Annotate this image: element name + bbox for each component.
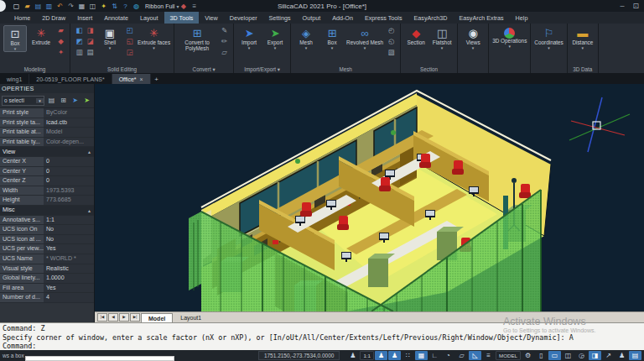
quick-access-icon[interactable]: ▢ — [12, 2, 21, 11]
mesh-box-button[interactable]: ⊞ Box ▾ — [320, 25, 344, 50]
ribbon-tab[interactable]: Layout — [134, 12, 164, 24]
properties-tool-icon[interactable]: ➤ — [70, 95, 80, 106]
property-row[interactable]: Global linety... ▴ Global linety... 1.00… — [0, 274, 94, 284]
quick-access-icon[interactable]: ? — [121, 2, 130, 11]
minimize-button[interactable]: – — [620, 2, 624, 10]
first-tab-button[interactable]: |◀ — [97, 313, 107, 322]
property-row[interactable]: UCS icon at ... ▴ UCS icon at ... No — [0, 235, 94, 245]
status-toggle-icon[interactable]: ♟ — [615, 351, 628, 360]
layout1-tab[interactable]: Layout1 — [174, 313, 208, 322]
quick-access-icon[interactable]: ▦ — [77, 2, 86, 11]
status-toggle-icon[interactable]: ◨ — [589, 351, 601, 360]
ribbon-tab[interactable]: Settings — [263, 12, 297, 24]
group-label[interactable]: Modeling — [0, 66, 70, 72]
properties-tool-icon[interactable]: ➤ — [81, 95, 92, 106]
extrude-faces-button[interactable]: ✳ Extrude faces ▾ — [138, 25, 170, 50]
ribbon-tab[interactable]: 2D Draw — [36, 12, 71, 24]
selection-dropdown[interactable]: o selecti ▾ — [2, 96, 44, 106]
section-button[interactable]: ◆ Section — [404, 25, 428, 46]
property-row[interactable]: Print style ▴ Print style ByColor — [0, 108, 94, 118]
next-tab-button[interactable]: ▶ — [119, 313, 129, 322]
coordinates-readout[interactable]: 1751.2150,-273.7534,0.0000 — [258, 351, 340, 360]
box-button[interactable]: ⊡ Box ▾ — [3, 25, 27, 52]
ribbon-tab[interactable]: 3D Tools — [164, 12, 200, 24]
property-row[interactable]: Number of d... ▴ Number of d... 4 — [0, 293, 94, 303]
property-row[interactable]: UCS per view... ▴ UCS per view... Yes — [0, 244, 94, 254]
ribbon-mode-dropdown[interactable]: Ribbon Full — [145, 3, 174, 9]
status-toggle-icon[interactable]: ▱ — [455, 351, 468, 360]
small-tool-icon[interactable]: ◆ — [55, 36, 66, 47]
properties-tool-icon[interactable]: ▤ — [46, 95, 57, 106]
small-tool-icon[interactable]: ◨ — [85, 25, 96, 36]
3d-operations-button[interactable]: 3D Operations ▾ — [492, 25, 527, 49]
shell-button[interactable]: ▣ Shell ▾ — [98, 25, 122, 50]
small-tool-icon[interactable]: ▱ — [219, 47, 230, 58]
export-button[interactable]: ➤ Export ▾ — [263, 25, 287, 50]
property-row[interactable]: Visual style ▴ Visual style Realistic — [0, 264, 94, 275]
small-tool-icon[interactable]: ◵ — [386, 36, 397, 47]
quick-access-icon[interactable]: ↶ — [55, 2, 65, 11]
property-row[interactable]: View ▴ View — [0, 147, 94, 157]
group-label[interactable]: Solid Editing — [70, 66, 174, 72]
ribbon-tab[interactable]: Developer — [224, 12, 263, 24]
status-toggle-icon[interactable]: 1:1 — [360, 351, 374, 360]
property-row[interactable]: Annotative s... ▴ Annotative s... 1:1 — [0, 216, 94, 226]
ribbon-tab[interactable]: View — [199, 12, 223, 24]
small-tool-icon[interactable]: ◱ — [124, 36, 135, 47]
group-label[interactable]: Mesh — [291, 66, 400, 72]
status-toggle-icon[interactable]: ↗ — [602, 351, 615, 360]
status-toggle-icon[interactable]: ◺ — [469, 351, 481, 360]
property-row[interactable]: Misc ▴ Misc — [0, 206, 94, 216]
status-toggle-icon[interactable]: ⚙ — [522, 351, 534, 360]
status-toggle-icon[interactable]: ◔ — [442, 351, 454, 360]
views-button[interactable]: ◉ Views ▾ — [461, 25, 485, 50]
document-tab-floor-plans[interactable]: 20-0519_FLOOR PLANS* — [29, 74, 112, 84]
close-icon[interactable]: × — [140, 76, 143, 82]
status-toggle-icon[interactable]: MODEL — [496, 351, 521, 360]
group-label[interactable]: Convert ▾ — [174, 66, 233, 72]
title-extra-icon[interactable]: ≡ — [190, 2, 199, 11]
import-button[interactable]: ➤ Import ▾ — [237, 25, 261, 50]
status-toggle-icon[interactable]: ♟ — [375, 351, 387, 360]
small-tool-icon[interactable]: ✎ — [219, 25, 230, 36]
small-tool-icon[interactable]: ◪ — [85, 36, 96, 47]
ribbon-tab[interactable]: Add-On — [326, 12, 359, 24]
command-line[interactable]: Command: Z Specify corner of window, ent… — [0, 322, 644, 350]
property-row[interactable]: Fill area ▴ Fill area Yes — [0, 284, 94, 294]
document-tab-drawing1[interactable]: wing1 — [0, 74, 29, 84]
mesh-button[interactable]: ◈ Mesh ▾ — [294, 25, 318, 50]
distance-button[interactable]: ▬ Distance ▾ — [571, 25, 595, 50]
group-label[interactable]: 3D Data — [568, 66, 598, 72]
status-toggle-icon[interactable]: ▯ — [535, 351, 548, 360]
ribbon-tab[interactable]: Output — [297, 12, 327, 24]
small-tool-icon[interactable]: ◩ — [74, 36, 85, 47]
last-tab-button[interactable]: ▶| — [130, 313, 140, 322]
ribbon-tab[interactable]: Help — [510, 12, 534, 24]
command-prompt[interactable]: Command: — [3, 342, 36, 350]
small-tool-icon[interactable]: ✏ — [219, 36, 230, 47]
small-tool-icon[interactable]: ▤ — [85, 47, 96, 58]
convert-to-polymesh-button[interactable]: ⊞ Convert to PolyMesh — [178, 25, 216, 52]
status-toggle-icon[interactable]: ▭ — [548, 351, 561, 360]
model-tab[interactable]: Model — [141, 313, 173, 322]
ribbon-tab[interactable]: Insert — [71, 12, 98, 24]
viewport-3d[interactable] — [95, 84, 644, 311]
quick-access-icon[interactable]: ↷ — [66, 2, 75, 11]
status-toggle-icon[interactable]: ≡ — [482, 351, 495, 360]
ribbon-tab[interactable]: EasyArch Extras — [453, 12, 509, 24]
small-tool-icon[interactable]: ◴ — [386, 25, 397, 36]
quick-access-icon[interactable]: ▥ — [44, 2, 54, 11]
status-toggle-icon[interactable]: ◶ — [575, 351, 588, 360]
property-row[interactable]: Print table at... ▴ Print table at... Mo… — [0, 128, 94, 138]
ribbon-tab[interactable]: EasyArch3D — [408, 12, 454, 24]
ribbon-tab[interactable]: Express Tools — [359, 12, 408, 24]
property-row[interactable]: UCS Name ▴ UCS Name * WORLD * — [0, 254, 94, 264]
property-row[interactable]: Center X ▴ Center X 0 — [0, 157, 94, 167]
group-label[interactable]: Import/Export ▾ — [234, 66, 290, 72]
quick-access-icon[interactable]: ▤ — [34, 2, 43, 11]
status-toggle-icon[interactable]: ▦ — [415, 351, 428, 360]
status-toggle-icon[interactable]: ∟ — [428, 351, 441, 360]
app-logo-icon[interactable] — [0, 0, 6, 12]
restore-button[interactable]: ⊡ — [632, 2, 639, 10]
status-toggle-icon[interactable]: ♟ — [346, 351, 359, 360]
